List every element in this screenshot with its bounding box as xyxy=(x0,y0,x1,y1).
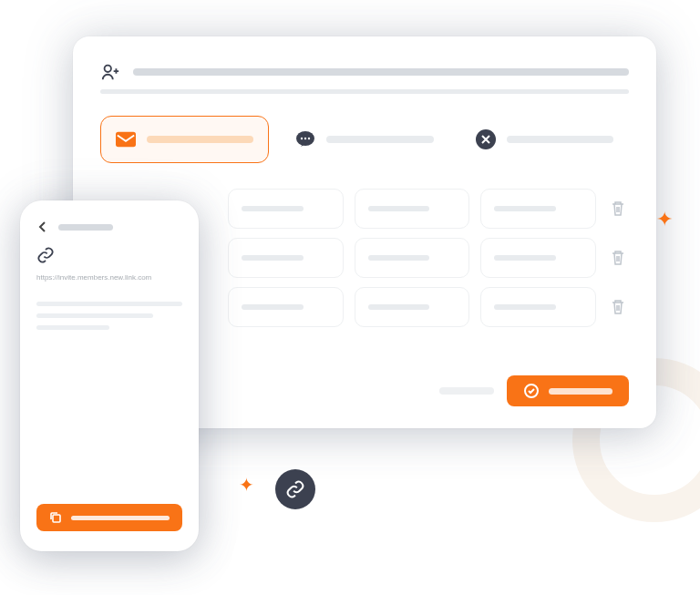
text-placeholder xyxy=(36,325,109,330)
invite-url: https://invite.members.new.link.com xyxy=(36,273,182,282)
input-cell[interactable] xyxy=(480,238,596,278)
text-placeholder xyxy=(36,302,182,306)
mail-icon xyxy=(116,129,136,149)
copy-icon xyxy=(49,511,62,524)
user-plus-icon xyxy=(100,62,120,82)
title-placeholder xyxy=(133,68,629,76)
input-cell[interactable] xyxy=(355,238,470,278)
svg-point-3 xyxy=(301,138,303,139)
invitee-grid xyxy=(228,189,629,327)
chat-icon xyxy=(295,129,315,149)
close-circle-icon xyxy=(476,129,496,149)
secondary-action-placeholder xyxy=(439,387,494,395)
copy-link-button[interactable] xyxy=(36,504,182,531)
confirm-button[interactable] xyxy=(507,375,629,406)
delete-row-button[interactable] xyxy=(607,189,629,229)
tab-label-placeholder xyxy=(326,136,433,143)
sparkle-icon: ✦ xyxy=(656,208,673,231)
card-header xyxy=(100,62,629,82)
invite-method-tabs xyxy=(100,116,629,163)
tab-cancel[interactable] xyxy=(460,116,629,163)
svg-rect-8 xyxy=(53,515,60,522)
phone-header xyxy=(36,221,182,233)
input-cell[interactable] xyxy=(228,238,344,278)
button-label-placeholder xyxy=(71,516,170,520)
input-cell[interactable] xyxy=(355,287,470,327)
input-cell[interactable] xyxy=(228,287,344,327)
input-cell[interactable] xyxy=(480,287,596,327)
tab-chat[interactable] xyxy=(280,116,448,163)
svg-point-0 xyxy=(105,66,111,72)
link-badge xyxy=(275,469,315,509)
tab-label-placeholder xyxy=(507,136,613,143)
input-cell[interactable] xyxy=(228,189,344,229)
phone-title-placeholder xyxy=(58,224,113,231)
svg-point-5 xyxy=(308,138,310,139)
svg-point-4 xyxy=(304,138,306,139)
link-icon xyxy=(36,246,182,264)
tab-email[interactable] xyxy=(100,116,269,163)
phone-share-card: https://invite.members.new.link.com xyxy=(20,200,199,551)
check-circle-icon xyxy=(523,383,540,399)
input-cell[interactable] xyxy=(355,189,470,229)
arrow-left-icon[interactable] xyxy=(36,221,49,233)
svg-rect-1 xyxy=(116,132,136,148)
input-cell[interactable] xyxy=(480,189,596,229)
delete-row-button[interactable] xyxy=(607,287,629,327)
delete-row-button[interactable] xyxy=(607,238,629,278)
card-footer xyxy=(439,375,629,406)
tab-label-placeholder xyxy=(147,136,253,143)
sparkle-icon: ✦ xyxy=(239,474,254,496)
button-label-placeholder xyxy=(549,388,612,395)
subtitle-placeholder xyxy=(100,89,629,94)
text-placeholder xyxy=(36,313,153,318)
